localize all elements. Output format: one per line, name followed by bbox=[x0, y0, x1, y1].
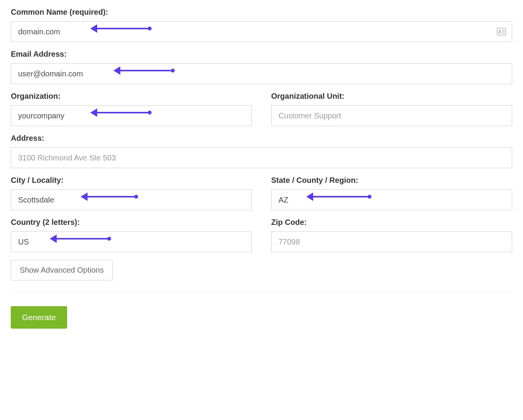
state-input[interactable] bbox=[271, 189, 512, 210]
csr-form: Common Name (required): Em bbox=[11, 8, 512, 329]
organizational-unit-group: Organizational Unit: bbox=[271, 92, 512, 126]
country-input[interactable] bbox=[11, 231, 252, 252]
state-group: State / County / Region: bbox=[271, 176, 512, 210]
address-group: Address: bbox=[11, 134, 512, 168]
organizational-unit-input[interactable] bbox=[271, 105, 512, 126]
divider bbox=[11, 292, 512, 292]
email-label: Email Address: bbox=[11, 50, 512, 59]
common-name-group: Common Name (required): bbox=[11, 8, 512, 42]
address-label: Address: bbox=[11, 134, 512, 143]
organization-label: Organization: bbox=[11, 92, 252, 101]
zip-label: Zip Code: bbox=[271, 218, 512, 227]
address-input[interactable] bbox=[11, 147, 512, 168]
advanced-group: Show Advanced Options bbox=[11, 260, 512, 280]
country-label: Country (2 letters): bbox=[11, 218, 252, 227]
common-name-input[interactable] bbox=[11, 21, 512, 42]
zip-input[interactable] bbox=[271, 231, 512, 252]
email-group: Email Address: bbox=[11, 50, 512, 84]
state-label: State / County / Region: bbox=[271, 176, 512, 185]
generate-button[interactable]: Generate bbox=[11, 306, 67, 329]
city-group: City / Locality: bbox=[11, 176, 252, 210]
show-advanced-button[interactable]: Show Advanced Options bbox=[11, 260, 113, 280]
common-name-input-wrapper bbox=[11, 21, 512, 42]
organizational-unit-label: Organizational Unit: bbox=[271, 92, 512, 101]
zip-group: Zip Code: bbox=[271, 218, 512, 252]
organization-input[interactable] bbox=[11, 105, 252, 126]
city-label: City / Locality: bbox=[11, 176, 252, 185]
country-group: Country (2 letters): bbox=[11, 218, 252, 252]
city-input[interactable] bbox=[11, 189, 252, 210]
email-input[interactable] bbox=[11, 63, 512, 84]
organization-group: Organization: bbox=[11, 92, 252, 126]
common-name-label: Common Name (required): bbox=[11, 8, 512, 17]
